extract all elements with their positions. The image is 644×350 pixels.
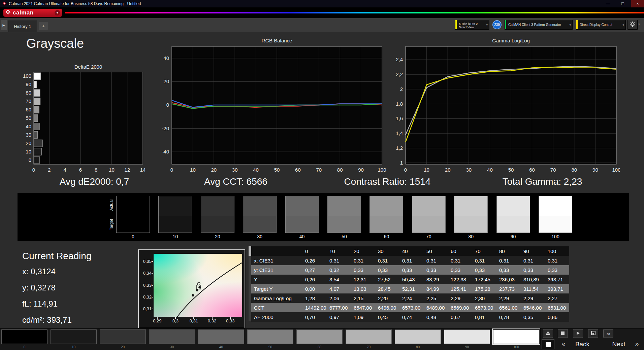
window-title: Calman 2021 Calman Ultimate for Business… (9, 1, 600, 6)
pattern-button-label: 60 (296, 345, 343, 349)
cie-y-tick (152, 273, 153, 274)
swatch-level-label: 80 (454, 234, 488, 239)
reading-count-badge[interactable]: 239 (492, 20, 502, 29)
pattern-button-80[interactable] (395, 329, 441, 344)
pattern-button-30[interactable] (149, 329, 195, 344)
settings-button[interactable] (627, 20, 638, 30)
cie-x-tick (230, 317, 231, 319)
logo-menu-chevron-icon[interactable]: ▾ (55, 10, 60, 15)
svg-text:50: 50 (274, 167, 280, 173)
table-cell: 2,29 (448, 293, 472, 303)
table-cell: 122,38 (448, 275, 472, 284)
pattern-window-button[interactable] (543, 329, 553, 338)
pattern-generator-name: CalMAN Client 3 Pattern Generator (508, 23, 561, 27)
pattern-button-20[interactable] (100, 329, 146, 344)
meter-device-button[interactable]: X-Rite i1Pro 2 Direct View ▾ (455, 20, 489, 30)
table-col-header: 70 (472, 246, 496, 256)
table-cell: 310,89 (521, 275, 545, 284)
pattern-slot: 70 (346, 329, 392, 349)
titlebar: Calman 2021 Calman Ultimate for Business… (0, 0, 644, 7)
play-button[interactable] (573, 329, 583, 338)
pattern-button-label: 30 (149, 345, 195, 349)
cie-x-tick (175, 317, 176, 319)
swatch-level-label: 100 (539, 234, 572, 239)
table-cell: 50,43 (399, 275, 424, 284)
svg-text:2: 2 (48, 167, 51, 173)
table-col-header: 50 (424, 246, 448, 256)
table-row: Gamma Log/Log1,282,062,152,202,242,252,2… (251, 293, 569, 303)
cie-y-tick-label: 0,32 (139, 294, 152, 300)
table-header-row: 0102030405060708090100 (251, 246, 569, 256)
table-cell: 6573,00 (399, 303, 424, 312)
svg-text:80: 80 (26, 90, 31, 96)
grayscale-swatch-30 (243, 196, 277, 233)
svg-text:2,4: 2,4 (396, 57, 403, 62)
table-cell: 1,28 (302, 293, 327, 303)
svg-text:90: 90 (592, 167, 598, 173)
pattern-button-70[interactable] (346, 329, 392, 344)
table-cell: 0,26 (302, 275, 327, 284)
cie-y-tick-label: 0,35 (139, 259, 152, 264)
current-reading-title: Current Reading (22, 251, 91, 261)
calman-menu-button[interactable]: calman ▾ (3, 9, 62, 17)
stop-button[interactable] (558, 329, 568, 338)
forward-fast-chevron-icon[interactable]: » (633, 340, 641, 348)
svg-text:2,2: 2,2 (396, 71, 403, 77)
svg-text:100: 100 (378, 167, 386, 173)
pattern-button-90[interactable] (444, 329, 490, 344)
display-control-button[interactable]: Direct Display Control ▾ (576, 20, 626, 30)
minimize-button[interactable]: — (602, 0, 614, 7)
back-fast-chevron-icon[interactable]: « (559, 340, 568, 348)
pattern-generator-button[interactable]: CalMAN Client 3 Pattern Generator ▾ (505, 20, 573, 30)
next-button[interactable]: Next (606, 340, 631, 349)
table-cell: 0,32 (327, 265, 351, 275)
settings-chevron-icon[interactable]: ▾ (638, 23, 640, 26)
meter-status-stripe (455, 20, 457, 29)
maximize-button[interactable]: □ (616, 0, 629, 7)
close-button[interactable]: × (631, 0, 644, 7)
continuous-measure-button[interactable]: ∞ (603, 329, 613, 338)
table-cell: 0,78 (496, 312, 521, 322)
add-tab-button[interactable]: + (39, 22, 48, 30)
table-scrollbar-thumb[interactable] (249, 246, 251, 256)
tab-scroll-button[interactable]: ▶ (1, 20, 7, 30)
back-button[interactable]: Back (570, 340, 595, 349)
pattern-button-60[interactable] (296, 329, 343, 344)
grayscale-swatch-80 (454, 196, 488, 233)
cie-x-tick (193, 317, 194, 319)
pattern-slot: 90 (444, 329, 490, 349)
table-cell: 0,67 (448, 312, 472, 322)
table-cell: 0,33 (399, 265, 424, 275)
tabbar: ▶ History 1 + X-Rite i1Pro 2 Direct View… (0, 18, 644, 32)
table-cell: 172,45 (472, 275, 496, 284)
cie-y-tick-label: 0,33 (139, 283, 152, 288)
table-row-label: ΔE 2000 (251, 312, 302, 322)
table-scrollbar[interactable] (249, 246, 251, 321)
cie-y-tick (152, 261, 153, 262)
svg-text:1,8: 1,8 (396, 101, 403, 107)
meter-mode: Direct View (459, 26, 485, 29)
table-cell: 2,20 (375, 293, 399, 303)
pattern-button-100[interactable] (493, 329, 539, 344)
gamma-chart: Gamma Log/Log 010203040506070809010011,2… (391, 38, 620, 176)
table-col-header: 40 (399, 246, 424, 256)
pattern-button-10[interactable] (51, 329, 97, 344)
table-cell: 0,31 (496, 256, 521, 265)
table-cell: 6496,00 (375, 303, 399, 312)
table-cell: 2,24 (399, 293, 424, 303)
gamma-plot: 010203040506070809010011,21,41,61,822,22… (391, 45, 620, 176)
table-cell: 2,30 (472, 293, 496, 303)
tab-history-1[interactable]: History 1 (8, 21, 37, 32)
pattern-button-0[interactable] (1, 329, 47, 344)
table-cell: 0,31 (448, 256, 472, 265)
svg-text:6: 6 (79, 167, 82, 173)
capture-button[interactable] (588, 329, 598, 338)
page-title: Grayscale (26, 36, 84, 51)
pattern-button-40[interactable] (198, 329, 244, 344)
table-cell: 0,31 (327, 256, 351, 265)
table-cell: 0,31 (521, 256, 545, 265)
grayscale-swatch-strip: Actual Target 0102030405060708090100 (18, 193, 629, 241)
pattern-button-50[interactable] (247, 329, 293, 344)
table-row-label: Y (251, 275, 302, 284)
svg-text:0: 0 (404, 167, 407, 173)
